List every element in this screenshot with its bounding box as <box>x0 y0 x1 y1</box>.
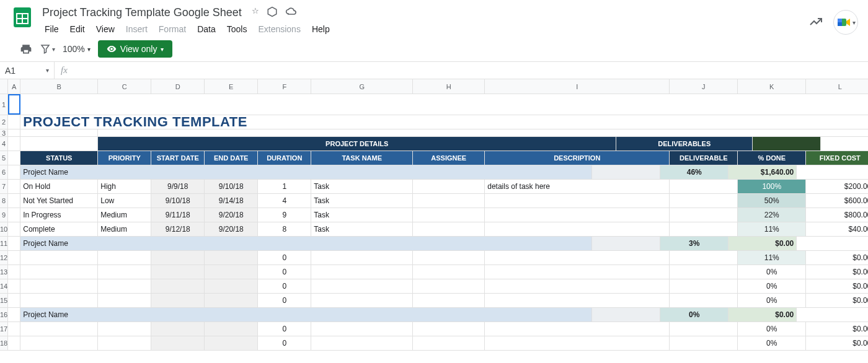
cell[interactable] <box>8 294 20 307</box>
row-header[interactable]: 2 <box>0 115 7 129</box>
row-header[interactable]: 7 <box>0 180 7 194</box>
select-all-corner[interactable] <box>0 79 7 94</box>
cell-task[interactable]: Task <box>311 194 413 208</box>
cell-end[interactable] <box>205 279 258 293</box>
cell[interactable] <box>8 308 20 321</box>
cell[interactable] <box>8 222 20 236</box>
cell-cost[interactable]: $600.00 <box>806 194 868 208</box>
doc-title[interactable]: Project Tracking Template Google Sheet <box>40 5 244 20</box>
cell-start[interactable]: 9/10/18 <box>151 194 205 208</box>
cell-end[interactable] <box>205 294 258 307</box>
header-status[interactable]: STATUS <box>20 151 98 165</box>
cell-duration[interactable]: 9 <box>258 208 311 222</box>
cell[interactable] <box>8 129 20 136</box>
cell-cost[interactable]: $0.00 <box>806 251 868 265</box>
cell-start[interactable]: 9/9/18 <box>151 180 205 193</box>
cell-task[interactable] <box>311 279 413 293</box>
cell-end[interactable]: 9/10/18 <box>205 180 258 193</box>
col-header[interactable]: F <box>258 79 311 94</box>
cell-duration[interactable]: 0 <box>258 322 311 336</box>
header-project-details[interactable]: PROJECT DETAILS <box>98 137 616 151</box>
header-duration[interactable]: DURATION <box>258 151 311 165</box>
menu-tools[interactable]: Tools <box>222 22 252 37</box>
cell-cost[interactable]: $0.00 <box>806 322 868 336</box>
cell-status[interactable] <box>20 279 98 293</box>
cell-duration[interactable]: 4 <box>258 194 311 208</box>
cell-assignee[interactable] <box>413 208 485 222</box>
cell[interactable] <box>8 336 20 350</box>
cell-start[interactable] <box>151 322 205 336</box>
sheet-title[interactable]: PROJECT TRACKING TEMPLATE <box>20 115 868 129</box>
cell-start[interactable]: 9/12/18 <box>151 222 205 236</box>
formula-input[interactable] <box>74 62 868 79</box>
cell-start[interactable] <box>151 265 205 279</box>
cell-status[interactable]: In Progress <box>20 208 98 222</box>
group-cost[interactable]: $0.00 <box>728 237 797 250</box>
cell-priority[interactable] <box>98 322 151 336</box>
row-header[interactable]: 16 <box>0 308 7 322</box>
cell-assignee[interactable] <box>413 251 485 265</box>
cell-assignee[interactable] <box>413 279 485 293</box>
col-header[interactable]: E <box>205 79 258 94</box>
cell-assignee[interactable] <box>413 194 485 208</box>
project-name[interactable]: Project Name <box>20 237 592 250</box>
cell-desc[interactable] <box>485 251 670 265</box>
cell-end[interactable]: 9/20/18 <box>205 208 258 222</box>
cell-priority[interactable] <box>98 265 151 279</box>
cell-priority[interactable]: Low <box>98 194 151 208</box>
cell-task[interactable]: Task <box>311 222 413 236</box>
cell[interactable] <box>8 165 20 179</box>
cell[interactable] <box>8 208 20 222</box>
cell-end[interactable]: 9/14/18 <box>205 194 258 208</box>
cell-deliverable[interactable] <box>670 194 738 208</box>
cell-status[interactable] <box>20 322 98 336</box>
cell-desc[interactable] <box>485 322 670 336</box>
row-header[interactable]: 13 <box>0 265 7 279</box>
cell-pct[interactable]: 100% <box>738 180 806 193</box>
cell-status[interactable]: On Hold <box>20 180 98 193</box>
cell-deliverable[interactable] <box>670 265 738 279</box>
cell-start[interactable]: 9/11/18 <box>151 208 205 222</box>
cell-duration[interactable]: 0 <box>258 251 311 265</box>
cell-priority[interactable] <box>98 294 151 307</box>
cell-duration[interactable]: 0 <box>258 265 311 279</box>
cell-duration[interactable]: 0 <box>258 336 311 350</box>
header-deliverables[interactable]: DELIVERABLES <box>616 137 753 151</box>
cell-cost[interactable]: $0.00 <box>806 294 868 307</box>
cell-status[interactable] <box>20 336 98 350</box>
menu-extensions[interactable]: Extensions <box>253 22 305 37</box>
cell-duration[interactable]: 1 <box>258 180 311 193</box>
row-header[interactable]: 14 <box>0 279 7 294</box>
col-header[interactable]: J <box>670 79 738 94</box>
cell[interactable] <box>592 237 660 250</box>
row-header[interactable]: 6 <box>0 165 7 180</box>
cell-assignee[interactable] <box>413 322 485 336</box>
cell-status[interactable] <box>20 265 98 279</box>
cell-pct[interactable]: 0% <box>738 265 806 279</box>
col-header[interactable]: A <box>8 79 20 94</box>
view-only-button[interactable]: View only ▾ <box>98 40 173 58</box>
header-pdone[interactable]: % DONE <box>738 151 806 165</box>
star-icon[interactable]: ☆ <box>252 6 259 19</box>
cell-start[interactable] <box>151 279 205 293</box>
col-header[interactable]: G <box>311 79 413 94</box>
row-header[interactable]: 17 <box>0 322 7 336</box>
cell-start[interactable] <box>151 294 205 307</box>
cell[interactable] <box>8 237 20 250</box>
cell-desc[interactable] <box>485 336 670 350</box>
cell-deliverable[interactable] <box>670 279 738 293</box>
row-header[interactable]: 12 <box>0 251 7 265</box>
cell-priority[interactable] <box>98 336 151 350</box>
row-header[interactable]: 9 <box>0 208 7 222</box>
col-header[interactable]: C <box>98 79 151 94</box>
menu-format[interactable]: Format <box>154 22 191 37</box>
cell[interactable] <box>8 137 20 151</box>
cell-assignee[interactable] <box>413 294 485 307</box>
cell-end[interactable] <box>205 322 258 336</box>
cell[interactable] <box>8 151 20 165</box>
cell-desc[interactable]: details of task here <box>485 180 670 193</box>
menu-edit[interactable]: Edit <box>65 22 90 37</box>
cell[interactable] <box>592 308 660 321</box>
cell-priority[interactable] <box>98 251 151 265</box>
cell-end[interactable] <box>205 265 258 279</box>
